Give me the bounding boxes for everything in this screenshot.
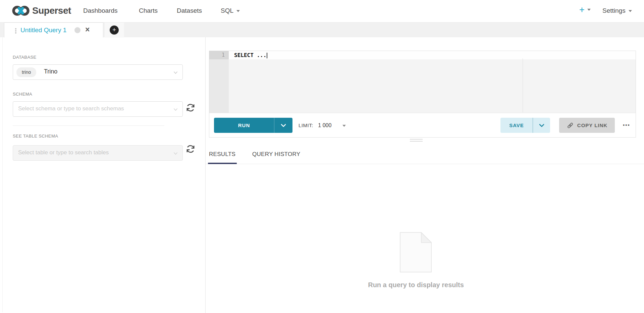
nav-item-label: SQL [221,7,233,14]
sidebar-divider [13,125,164,126]
query-tab-active[interactable]: Untitled Query 1 × [4,22,103,38]
drag-handle-icon[interactable] [15,28,16,34]
print-margin-line [523,58,523,112]
schema-select-placeholder: Select schema or type to search schemas [18,105,124,112]
schema-label: SCHEMA [13,92,32,97]
nav-item-label: Datasets [177,7,202,14]
results-tabs-border [206,164,644,164]
nav-item-dashboards[interactable]: Dashboards [83,7,117,14]
tab-results[interactable]: RESULTS [209,151,235,158]
refresh-schemas-icon[interactable] [185,102,196,113]
query-tab-title: Untitled Query 1 [20,27,66,34]
chevron-down-icon [281,124,286,127]
editor-gutter: 1 [209,51,229,113]
splitter-line [410,139,423,140]
splitter-line [410,141,423,142]
nav-item-sql[interactable]: SQL [221,7,240,14]
plus-icon: + [579,5,585,15]
database-label: DATABASE [13,55,37,60]
close-icon[interactable]: × [85,25,90,34]
empty-results-message: Run a query to display results [332,281,500,289]
save-query-button[interactable]: SAVE [500,118,550,133]
superset-logo-icon[interactable] [12,5,30,16]
editor-toolbar: RUN LIMIT: 1 000 SAVE [209,113,636,137]
sql-editor-container: 1 SELECT ... RUN LIMIT: 1 000 SAVE [209,51,636,138]
active-tab-indicator [208,163,237,164]
chevron-down-icon [173,108,178,111]
table-select-placeholder: Select table or type to search tables [18,149,109,156]
settings-label: Settings [602,7,626,14]
limit-value: 1 000 [318,122,331,128]
nav-item-charts[interactable]: Charts [139,7,158,14]
run-query-button[interactable]: RUN [214,118,292,133]
chevron-down-icon [173,71,178,74]
schema-select[interactable]: Select schema or type to search schemas [13,101,183,117]
caret-down-icon [342,125,346,127]
app-header: Superset Dashboards Charts Datasets SQL … [0,0,644,22]
brand-title: Superset [32,5,71,16]
sql-code-text: SELECT ... [234,51,267,59]
refresh-tables-icon[interactable] [185,144,196,154]
chevron-down-icon [236,10,240,12]
run-button-label[interactable]: RUN [214,118,274,133]
query-status-dot [74,27,80,33]
nav-item-label: Charts [139,7,158,14]
save-options-button[interactable] [533,118,550,133]
chevron-down-icon [173,152,178,155]
save-button-label[interactable]: SAVE [500,118,533,133]
database-select[interactable]: trino Trino [13,64,183,80]
sql-code-editor[interactable]: 1 SELECT ... [209,51,636,113]
limit-label: LIMIT: [299,122,313,128]
add-query-tab[interactable]: + [105,22,124,38]
sql-lab-page: Superset Dashboards Charts Datasets SQL … [0,0,644,313]
table-schema-label: SEE TABLE SCHEMA [13,134,58,139]
query-tab-bar: Untitled Query 1 × + [0,22,644,37]
settings-menu-button[interactable]: Settings [602,7,632,14]
new-item-menu-button[interactable]: + [579,5,591,15]
database-engine-tag: trino [16,67,36,77]
chevron-down-icon [629,10,632,12]
chevron-down-icon [539,124,544,127]
more-actions-icon[interactable]: ••• [619,118,634,133]
nav-item-label: Dashboards [83,7,117,14]
copy-link-button[interactable]: COPY LINK [559,118,615,133]
table-select[interactable]: Select table or type to search tables [13,145,183,161]
empty-document-icon [400,232,432,272]
chevron-down-icon [587,9,591,11]
database-select-value: Trino [44,68,57,75]
link-icon [567,122,574,129]
active-line-highlight [229,51,636,59]
panel-resize-divider[interactable] [205,37,206,313]
run-options-button[interactable] [274,118,292,133]
text-cursor [267,53,267,58]
line-number: 1 [209,51,229,59]
query-limit-dropdown[interactable]: LIMIT: 1 000 [299,118,346,133]
add-icon: + [110,25,119,35]
panel-left-edge [2,37,3,312]
sql-statement: SELECT ... [234,52,266,58]
nav-item-datasets[interactable]: Datasets [177,7,202,14]
tab-query-history[interactable]: QUERY HISTORY [252,151,300,158]
copy-link-label: COPY LINK [577,122,607,128]
